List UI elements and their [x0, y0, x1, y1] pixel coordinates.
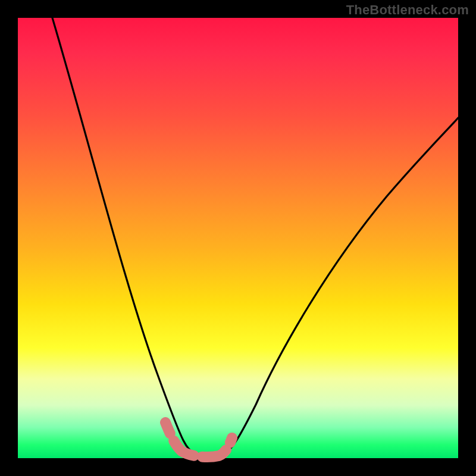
curve-layer — [18, 18, 458, 458]
highlight-segment — [165, 422, 232, 457]
attribution-text: TheBottleneck.com — [346, 2, 469, 18]
plot-area — [18, 18, 458, 458]
chart-frame: TheBottleneck.com — [0, 0, 476, 476]
bottleneck-curve — [52, 18, 458, 456]
